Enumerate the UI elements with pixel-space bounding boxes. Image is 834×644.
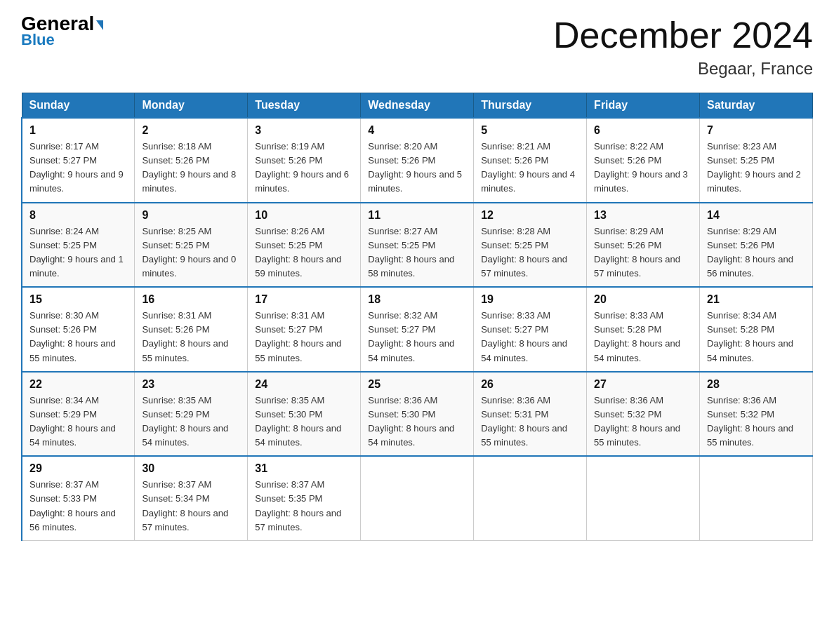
calendar-cell: 2Sunrise: 8:18 AMSunset: 5:26 PMDaylight… (135, 118, 248, 203)
col-header-friday: Friday (587, 93, 700, 119)
day-info: Sunrise: 8:35 AMSunset: 5:29 PMDaylight:… (142, 394, 240, 450)
calendar-cell (474, 456, 587, 540)
col-header-monday: Monday (135, 93, 248, 119)
day-number: 2 (142, 124, 240, 137)
day-number: 26 (481, 378, 579, 391)
day-info: Sunrise: 8:30 AMSunset: 5:26 PMDaylight:… (29, 309, 127, 365)
day-info: Sunrise: 8:17 AMSunset: 5:27 PMDaylight:… (29, 140, 127, 196)
day-info: Sunrise: 8:32 AMSunset: 5:27 PMDaylight:… (368, 309, 466, 365)
calendar-cell: 15Sunrise: 8:30 AMSunset: 5:26 PMDayligh… (22, 287, 135, 372)
calendar-table: SundayMondayTuesdayWednesdayThursdayFrid… (21, 93, 813, 541)
calendar-cell: 12Sunrise: 8:28 AMSunset: 5:25 PMDayligh… (474, 203, 587, 288)
calendar-cell: 21Sunrise: 8:34 AMSunset: 5:28 PMDayligh… (700, 287, 813, 372)
day-number: 21 (707, 293, 805, 306)
calendar-cell: 29Sunrise: 8:37 AMSunset: 5:33 PMDayligh… (22, 456, 135, 540)
day-info: Sunrise: 8:33 AMSunset: 5:28 PMDaylight:… (594, 309, 692, 365)
day-number: 7 (707, 124, 805, 137)
day-info: Sunrise: 8:26 AMSunset: 5:25 PMDaylight:… (255, 224, 353, 281)
calendar-cell: 14Sunrise: 8:29 AMSunset: 5:26 PMDayligh… (700, 203, 813, 288)
day-info: Sunrise: 8:37 AMSunset: 5:35 PMDaylight:… (255, 478, 353, 535)
calendar-cell: 25Sunrise: 8:36 AMSunset: 5:30 PMDayligh… (361, 372, 474, 457)
day-number: 31 (255, 462, 353, 475)
calendar-cell: 9Sunrise: 8:25 AMSunset: 5:25 PMDaylight… (135, 203, 248, 288)
calendar-cell: 30Sunrise: 8:37 AMSunset: 5:34 PMDayligh… (135, 456, 248, 540)
day-info: Sunrise: 8:27 AMSunset: 5:25 PMDaylight:… (368, 224, 466, 281)
day-info: Sunrise: 8:18 AMSunset: 5:26 PMDaylight:… (142, 140, 240, 196)
calendar-cell: 19Sunrise: 8:33 AMSunset: 5:27 PMDayligh… (474, 287, 587, 372)
day-info: Sunrise: 8:22 AMSunset: 5:26 PMDaylight:… (594, 140, 692, 196)
page-subtitle: Begaar, France (553, 59, 813, 79)
page-title: December 2024 (553, 14, 813, 56)
calendar-week-row: 8Sunrise: 8:24 AMSunset: 5:25 PMDaylight… (22, 203, 813, 288)
calendar-cell: 11Sunrise: 8:27 AMSunset: 5:25 PMDayligh… (361, 203, 474, 288)
col-header-wednesday: Wednesday (361, 93, 474, 119)
day-number: 10 (255, 209, 353, 222)
calendar-cell: 3Sunrise: 8:19 AMSunset: 5:26 PMDaylight… (248, 118, 361, 203)
day-number: 19 (481, 293, 579, 306)
day-number: 17 (255, 293, 353, 306)
day-info: Sunrise: 8:29 AMSunset: 5:26 PMDaylight:… (707, 224, 805, 281)
day-info: Sunrise: 8:35 AMSunset: 5:30 PMDaylight:… (255, 394, 353, 450)
calendar-cell: 20Sunrise: 8:33 AMSunset: 5:28 PMDayligh… (587, 287, 700, 372)
col-header-saturday: Saturday (700, 93, 813, 119)
calendar-cell: 17Sunrise: 8:31 AMSunset: 5:27 PMDayligh… (248, 287, 361, 372)
day-info: Sunrise: 8:31 AMSunset: 5:27 PMDaylight:… (255, 309, 353, 365)
calendar-cell: 26Sunrise: 8:36 AMSunset: 5:31 PMDayligh… (474, 372, 587, 457)
day-number: 16 (142, 293, 240, 306)
calendar-week-row: 29Sunrise: 8:37 AMSunset: 5:33 PMDayligh… (22, 456, 813, 540)
day-number: 23 (142, 378, 240, 391)
calendar-week-row: 15Sunrise: 8:30 AMSunset: 5:26 PMDayligh… (22, 287, 813, 372)
col-header-sunday: Sunday (22, 93, 135, 119)
day-number: 11 (368, 209, 466, 222)
day-number: 8 (29, 209, 127, 222)
day-info: Sunrise: 8:24 AMSunset: 5:25 PMDaylight:… (29, 224, 127, 281)
day-info: Sunrise: 8:23 AMSunset: 5:25 PMDaylight:… (707, 140, 805, 196)
day-number: 6 (594, 124, 692, 137)
calendar-cell: 18Sunrise: 8:32 AMSunset: 5:27 PMDayligh… (361, 287, 474, 372)
day-info: Sunrise: 8:29 AMSunset: 5:26 PMDaylight:… (594, 224, 692, 281)
day-number: 12 (481, 209, 579, 222)
calendar-cell: 4Sunrise: 8:20 AMSunset: 5:26 PMDaylight… (361, 118, 474, 203)
calendar-cell: 22Sunrise: 8:34 AMSunset: 5:29 PMDayligh… (22, 372, 135, 457)
logo: General Blue (21, 14, 103, 49)
day-number: 28 (707, 378, 805, 391)
day-info: Sunrise: 8:19 AMSunset: 5:26 PMDaylight:… (255, 140, 353, 196)
day-info: Sunrise: 8:36 AMSunset: 5:31 PMDaylight:… (481, 394, 579, 450)
calendar-cell: 8Sunrise: 8:24 AMSunset: 5:25 PMDaylight… (22, 203, 135, 288)
calendar-header-row: SundayMondayTuesdayWednesdayThursdayFrid… (22, 93, 813, 119)
calendar-cell: 10Sunrise: 8:26 AMSunset: 5:25 PMDayligh… (248, 203, 361, 288)
day-number: 24 (255, 378, 353, 391)
calendar-cell: 16Sunrise: 8:31 AMSunset: 5:26 PMDayligh… (135, 287, 248, 372)
day-info: Sunrise: 8:34 AMSunset: 5:28 PMDaylight:… (707, 309, 805, 365)
calendar-cell: 13Sunrise: 8:29 AMSunset: 5:26 PMDayligh… (587, 203, 700, 288)
calendar-week-row: 22Sunrise: 8:34 AMSunset: 5:29 PMDayligh… (22, 372, 813, 457)
day-number: 5 (481, 124, 579, 137)
day-number: 15 (29, 293, 127, 306)
day-info: Sunrise: 8:28 AMSunset: 5:25 PMDaylight:… (481, 224, 579, 281)
calendar-cell (361, 456, 474, 540)
day-info: Sunrise: 8:36 AMSunset: 5:30 PMDaylight:… (368, 394, 466, 450)
day-info: Sunrise: 8:36 AMSunset: 5:32 PMDaylight:… (707, 394, 805, 450)
calendar-cell (587, 456, 700, 540)
day-number: 30 (142, 462, 240, 475)
page-header: General Blue December 2024 Begaar, Franc… (21, 14, 813, 79)
day-info: Sunrise: 8:33 AMSunset: 5:27 PMDaylight:… (481, 309, 579, 365)
calendar-cell: 28Sunrise: 8:36 AMSunset: 5:32 PMDayligh… (700, 372, 813, 457)
day-info: Sunrise: 8:34 AMSunset: 5:29 PMDaylight:… (29, 394, 127, 450)
day-number: 20 (594, 293, 692, 306)
day-info: Sunrise: 8:21 AMSunset: 5:26 PMDaylight:… (481, 140, 579, 196)
day-number: 13 (594, 209, 692, 222)
day-info: Sunrise: 8:37 AMSunset: 5:34 PMDaylight:… (142, 478, 240, 535)
col-header-tuesday: Tuesday (248, 93, 361, 119)
day-number: 29 (29, 462, 127, 475)
calendar-cell: 23Sunrise: 8:35 AMSunset: 5:29 PMDayligh… (135, 372, 248, 457)
calendar-week-row: 1Sunrise: 8:17 AMSunset: 5:27 PMDaylight… (22, 118, 813, 203)
day-number: 9 (142, 209, 240, 222)
day-number: 1 (29, 124, 127, 137)
calendar-cell: 6Sunrise: 8:22 AMSunset: 5:26 PMDaylight… (587, 118, 700, 203)
day-number: 22 (29, 378, 127, 391)
calendar-cell: 1Sunrise: 8:17 AMSunset: 5:27 PMDaylight… (22, 118, 135, 203)
day-info: Sunrise: 8:20 AMSunset: 5:26 PMDaylight:… (368, 140, 466, 196)
day-info: Sunrise: 8:31 AMSunset: 5:26 PMDaylight:… (142, 309, 240, 365)
calendar-cell (700, 456, 813, 540)
